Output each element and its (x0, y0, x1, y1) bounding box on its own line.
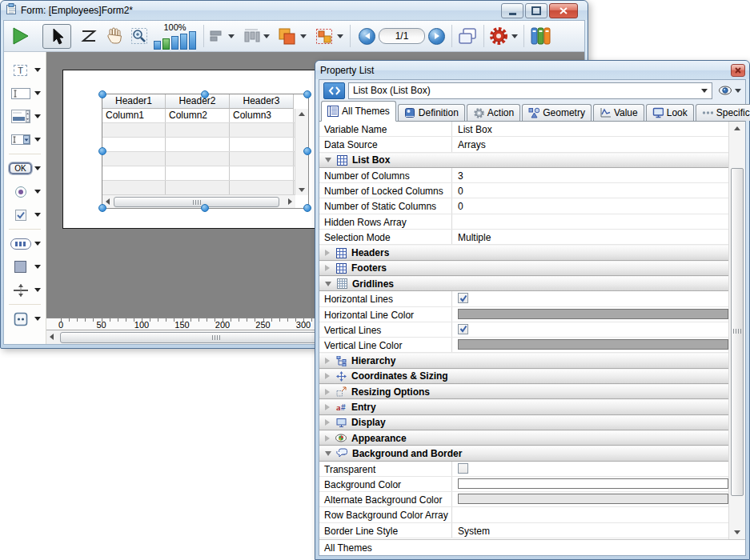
combo-box-tool[interactable] (6, 128, 44, 151)
layer-menu-button[interactable] (277, 26, 298, 46)
property-value[interactable] (452, 322, 729, 337)
collapse-icon[interactable] (325, 282, 331, 286)
object-library-button[interactable] (528, 26, 552, 46)
property-row-border-line-style[interactable]: Border Line StyleSystem (319, 523, 729, 538)
rectangle-tool-menu-arrow[interactable] (34, 265, 41, 269)
selection-handle[interactable] (303, 204, 311, 212)
radio-button-tool-menu-arrow[interactable] (34, 190, 41, 194)
property-row-number-of-static-columns[interactable]: Number of Static Columns0 (319, 198, 729, 214)
property-row-vertical-lines[interactable]: Vertical Lines (319, 322, 729, 338)
property-row-data-source[interactable]: Data SourceArrays (319, 137, 729, 152)
object-selector-dropdown[interactable]: List Box (List Box) (348, 82, 712, 99)
scroll-left-icon[interactable] (50, 334, 54, 340)
section-gridlines[interactable]: Gridlines (319, 276, 729, 291)
tab-action[interactable]: Action (467, 104, 520, 121)
selection-handle[interactable] (201, 90, 209, 98)
selection-handle[interactable] (201, 204, 209, 212)
color-swatch[interactable] (458, 309, 728, 319)
distribute-menu-arrow[interactable] (263, 34, 270, 38)
splitter-tool-menu-arrow[interactable] (34, 288, 41, 292)
property-value[interactable] (452, 338, 729, 352)
selection-handle[interactable] (303, 90, 311, 98)
expand-icon[interactable] (325, 358, 330, 364)
tab-geometry[interactable]: Geometry (522, 104, 592, 121)
align-menu-arrow[interactable] (228, 34, 235, 38)
input-tool-menu-arrow[interactable] (34, 91, 41, 95)
section-background-and-border[interactable]: Background and Border (319, 446, 729, 461)
pan-tool-button[interactable] (105, 26, 124, 46)
section-footers[interactable]: Footers (319, 261, 729, 276)
view-options-button[interactable] (718, 85, 741, 96)
distribute-menu-button[interactable] (242, 27, 261, 45)
section-display[interactable]: Display (319, 415, 729, 430)
checkbox-checked[interactable] (458, 293, 468, 303)
listbox-scroll-thumb[interactable] (114, 197, 279, 207)
checkbox-tool-menu-arrow[interactable] (34, 213, 41, 217)
text-tool[interactable]: T (6, 58, 44, 82)
checkbox-tool[interactable] (6, 203, 44, 226)
collapse-icon[interactable] (325, 158, 331, 162)
listbox-object[interactable]: Header1Header2Header3 Column1Column2Colu… (102, 94, 309, 209)
combo-box-tool-menu-arrow[interactable] (34, 138, 41, 142)
property-value[interactable]: Arrays (452, 137, 729, 151)
property-list-close-button[interactable] (731, 64, 745, 77)
property-row-hidden-rows-array[interactable]: Hidden Rows Array (319, 214, 729, 230)
previous-page-button[interactable] (359, 28, 375, 45)
expand-icon[interactable] (325, 265, 330, 271)
tab-value[interactable]: Value (593, 104, 644, 121)
tab-definition[interactable]: Definition (398, 104, 465, 121)
section-hierarchy[interactable]: Hierarchy (319, 353, 729, 368)
scroll-up-icon[interactable] (299, 112, 305, 116)
property-scroll-thumb[interactable] (731, 168, 744, 496)
expand-icon[interactable] (325, 404, 330, 410)
property-row-number-of-locked-columns[interactable]: Number of Locked Columns0 (319, 183, 729, 198)
expand-icon[interactable] (325, 389, 330, 395)
close-button[interactable] (549, 3, 578, 18)
scroll-down-icon[interactable] (299, 188, 305, 192)
button-grid-tool[interactable] (6, 232, 44, 255)
property-value[interactable] (452, 214, 729, 229)
group-menu-arrow[interactable] (337, 34, 343, 38)
property-value[interactable]: 0 (452, 183, 729, 198)
form-window-titlebar[interactable]: Form: [Employees]Form2* (1, 1, 588, 20)
property-row-alternate-background-color[interactable]: Alternate Background Color (319, 492, 729, 507)
actions-menu-button[interactable] (488, 26, 509, 46)
group-box-tool-menu-arrow[interactable] (34, 114, 41, 118)
listbox-header-cell[interactable]: Header1 (102, 94, 166, 109)
property-value[interactable]: 3 (452, 168, 729, 182)
section-resizing-options[interactable]: Resizing Options (319, 384, 729, 399)
group-box-tool[interactable] (6, 105, 44, 128)
tab-specific[interactable]: Specific (696, 104, 750, 121)
property-row-variable-name[interactable]: Variable NameList Box (319, 122, 729, 137)
property-row-transparent[interactable]: Transparent (319, 462, 729, 477)
property-value[interactable] (452, 477, 729, 491)
color-swatch[interactable] (458, 478, 728, 489)
zoom-bars[interactable] (154, 32, 196, 50)
button-tool-menu-arrow[interactable] (34, 166, 41, 170)
layer-menu-arrow[interactable] (300, 34, 307, 38)
selection-handle[interactable] (98, 204, 106, 212)
property-value[interactable] (452, 507, 729, 522)
color-swatch[interactable] (458, 339, 728, 350)
checkbox-unchecked[interactable] (458, 463, 468, 474)
property-list-titlebar[interactable]: Property List (315, 61, 749, 79)
collapse-icon[interactable] (325, 451, 331, 456)
property-row-horizontal-lines[interactable]: Horizontal Lines (319, 291, 729, 306)
section-list-box[interactable]: List Box (319, 153, 729, 168)
splitter-tool[interactable] (6, 278, 44, 302)
scroll-left-icon[interactable] (106, 198, 110, 205)
property-row-number-of-columns[interactable]: Number of Columns3 (319, 168, 729, 183)
align-menu-button[interactable] (208, 27, 226, 45)
property-value[interactable]: Multiple (452, 230, 729, 244)
selection-handle[interactable] (98, 90, 106, 98)
property-row-row-background-color-array[interactable]: Row Background Color Array (319, 507, 729, 522)
listbox-horizontal-scrollbar[interactable] (102, 194, 295, 208)
maximize-button[interactable] (525, 3, 547, 18)
run-form-button[interactable] (10, 26, 30, 46)
zoom-tool-button[interactable] (130, 26, 149, 46)
next-page-button[interactable] (428, 28, 445, 45)
entry-order-tool-button[interactable] (79, 26, 98, 46)
expand-icon[interactable] (325, 373, 330, 379)
view-options-arrow[interactable] (735, 89, 741, 93)
plugin-area-tool[interactable] (6, 307, 44, 330)
